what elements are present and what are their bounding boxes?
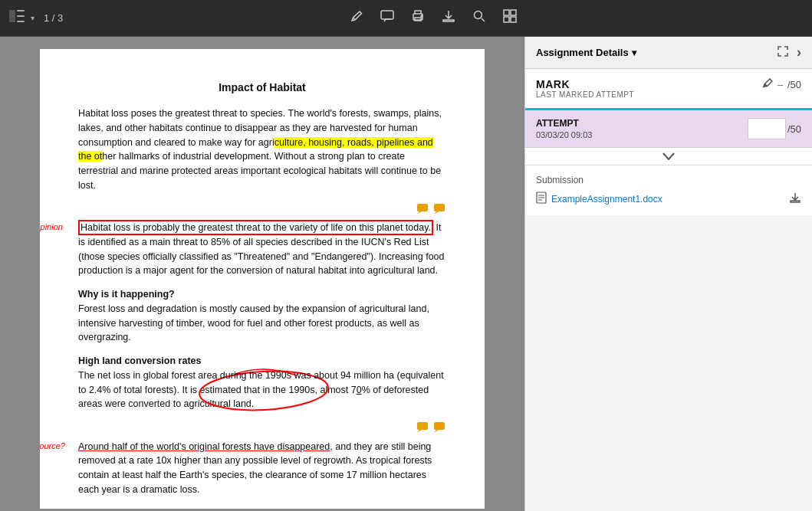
svg-rect-3: [17, 21, 25, 22]
mark-score-block: – /50: [762, 78, 801, 91]
sidebar-title-chevron[interactable]: ▾: [632, 47, 636, 58]
underlined-text: Around half of the world's original fore…: [78, 441, 333, 452]
sidebar-title-text: Assignment Details: [536, 47, 629, 58]
doc-para-4: High land conversion rates The net loss …: [78, 354, 446, 411]
grid-icon[interactable]: [502, 8, 518, 28]
attempt-score-total: /50: [786, 123, 801, 135]
svg-rect-15: [434, 204, 445, 211]
svg-rect-12: [511, 17, 516, 22]
download-file-icon[interactable]: [789, 192, 801, 206]
svg-rect-9: [504, 10, 509, 15]
assignment-details-title: Assignment Details ▾: [536, 47, 636, 58]
doc-title: Impact of Habitat: [78, 80, 446, 96]
doc-para-5: Source? Around half of the world's origi…: [78, 440, 446, 497]
comment-bubble-icon-2[interactable]: [417, 421, 446, 438]
annotate-icon[interactable]: [349, 8, 364, 28]
toolbar-center: [75, 8, 791, 28]
file-link[interactable]: ExampleAssignment1.docx: [551, 194, 662, 205]
boxed-sentence: Habitat loss is probably the greatest th…: [78, 220, 433, 235]
chevron-down-icon: [662, 152, 675, 160]
attempt-section: ATTEMPT 03/03/20 09:03 /50: [525, 110, 812, 148]
expand-icon[interactable]: [777, 45, 789, 60]
search-icon[interactable]: [472, 8, 487, 28]
chevron-expand-row[interactable]: [525, 148, 812, 165]
svg-rect-18: [417, 422, 428, 430]
doc-para-6: Coastal and marine areas Human impact on…: [78, 506, 446, 509]
mark-subtitle: LAST MARKED ATTEMPT: [536, 90, 634, 99]
sidebar-toggle-arrow[interactable]: ▾: [31, 14, 35, 22]
doc-viewer: Impact of Habitat Habitat loss poses the…: [0, 37, 524, 511]
submission-file-left: ExampleAssignment1.docx: [536, 192, 662, 206]
attempt-label: ATTEMPT: [536, 118, 592, 129]
mark-title: MARK: [536, 78, 634, 90]
svg-rect-0: [9, 10, 15, 22]
doc-para-1: Habitat loss poses the greatest threat t…: [78, 106, 446, 193]
sidebar: Assignment Details ▾ › MARK LAST MARKED …: [524, 37, 812, 511]
svg-marker-21: [434, 430, 439, 433]
attempt-score-input[interactable]: [748, 118, 786, 139]
main-area: Impact of Habitat Habitat loss poses the…: [0, 37, 812, 511]
svg-point-8: [474, 11, 482, 19]
page-nav: 1 / 3: [44, 12, 63, 24]
svg-marker-14: [417, 211, 422, 215]
sidebar-header: Assignment Details ▾ ›: [525, 37, 812, 69]
svg-rect-6: [415, 18, 421, 21]
mark-edit-icon[interactable]: [762, 78, 773, 91]
doc-para-3: Why is it happening? Forest loss and deg…: [78, 287, 446, 345]
toolbar-left: ▾ 1 / 3: [9, 10, 63, 26]
mark-label-block: MARK LAST MARKED ATTEMPT: [536, 78, 634, 99]
para3-heading: Why is it happening?: [78, 289, 175, 300]
svg-marker-19: [417, 430, 422, 433]
svg-rect-13: [417, 204, 428, 211]
para6-heading: Coastal and marine areas: [78, 508, 194, 509]
sidebar-toggle-icon[interactable]: [9, 10, 25, 26]
print-icon[interactable]: [410, 8, 426, 28]
svg-rect-10: [511, 10, 516, 15]
mark-score-dash: –: [777, 79, 783, 90]
svg-rect-2: [17, 15, 25, 17]
attempt-date: 03/03/20 09:03: [536, 130, 592, 139]
sidebar-header-icons: ›: [777, 44, 801, 61]
mark-section: MARK LAST MARKED ATTEMPT – /50: [525, 69, 812, 110]
next-icon[interactable]: ›: [797, 44, 801, 61]
highlight-text-1: culture, housing, roads, pipelines and t…: [78, 137, 433, 162]
attempt-label-block: ATTEMPT 03/03/20 09:03: [536, 118, 592, 139]
source-label: Source?: [40, 440, 65, 453]
svg-rect-1: [17, 10, 25, 11]
svg-marker-16: [434, 211, 439, 215]
comment-icon[interactable]: [380, 8, 395, 28]
download-icon[interactable]: [441, 8, 456, 28]
submission-section: Submission ExampleAssignment1.docx: [525, 165, 812, 215]
svg-rect-11: [504, 17, 509, 22]
mark-score-total: /50: [787, 79, 801, 90]
comment-bubble-icon-1[interactable]: [417, 202, 446, 220]
circled-text: during the 1990s was about 94 million ha: [220, 370, 394, 381]
svg-rect-20: [434, 422, 445, 430]
doc-page: Impact of Habitat Habitat loss poses the…: [40, 49, 485, 509]
toolbar: ▾ 1 / 3: [0, 0, 812, 37]
para4-heading: High land conversion rates: [78, 355, 201, 366]
submission-file: ExampleAssignment1.docx: [536, 192, 801, 206]
svg-rect-4: [381, 11, 393, 19]
svg-point-7: [421, 15, 422, 17]
file-doc-icon: [536, 192, 547, 206]
doc-para-2: Opinion Habitat loss is probably the gre…: [78, 221, 446, 278]
attempt-score-block: /50: [748, 118, 801, 139]
opinion-label: Opinion: [40, 221, 63, 234]
mark-row: MARK LAST MARKED ATTEMPT – /50: [536, 78, 801, 99]
submission-label: Submission: [536, 175, 801, 185]
